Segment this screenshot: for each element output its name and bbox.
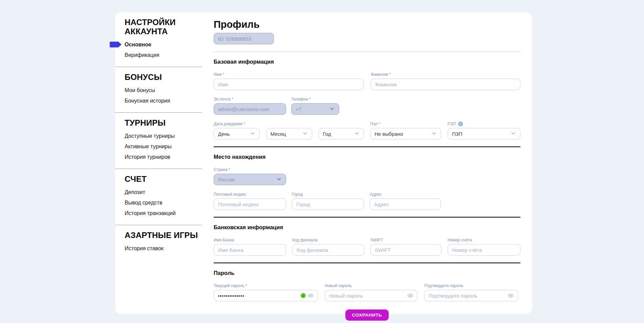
sidebar-item-tournament-history[interactable]: История турниров [125,154,192,160]
section-heading-password: Пароль [214,270,520,276]
chevron-down-icon [355,131,359,135]
email-field: Эл.почта * [214,97,286,115]
birth-month-select[interactable]: Месяц [266,128,312,139]
sidebar-item-label: Доступные турниры [125,133,175,139]
birth-day-select[interactable]: День [214,128,260,139]
new-password-input[interactable] [325,290,417,301]
section-heading-basic: Базовая информация [214,59,520,65]
branch-code-field: Код филиала [292,238,364,256]
select-value: Год [323,131,331,137]
sidebar-item-label: Активные турниры [125,144,172,149]
account-settings-card: НАСТРОЙКИ АККАУНТА Основное Верификация … [115,12,532,314]
active-item-arrow-icon [110,42,122,47]
birth-day-field: Дата рождения * День [214,122,260,139]
sidebar-item-label: История транзакций [125,210,176,216]
first-name-input[interactable] [214,79,364,90]
eye-icon[interactable] [508,294,514,298]
sidebar-item-label: Верификация [125,52,159,58]
swift-input[interactable] [370,244,442,256]
field-label: Эл.почта * [214,97,233,102]
sidebar-item-my-bonuses[interactable]: Мои бонусы [125,87,192,93]
select-value: Не выбрано [374,131,403,137]
confirm-password-field: Подтвердите пароль [424,283,518,301]
sidebar-group-bonuses: БОНУСЫ Мои бонусы Бонусная история [115,67,202,113]
account-number-field: Номер счёта [448,238,520,256]
sidebar-group-tournaments: ТУРНИРЫ Доступные турниры Активные турни… [115,113,202,169]
branch-code-input[interactable] [292,244,364,256]
sidebar-item-main[interactable]: Основное [125,42,192,47]
save-button-container: СОХРАНИТЬ [214,309,520,321]
first-name-field: Имя * [214,72,364,90]
section-heading-location: Место нахождения [214,154,520,160]
field-label: Имя * [214,72,224,77]
current-password-field: Текущий пароль * ✓ [214,283,318,301]
confirm-password-input[interactable] [424,290,518,301]
sidebar-item-deposit[interactable]: Депозит [125,189,192,195]
eye-icon[interactable] [407,294,413,298]
sidebar-group-title: ТУРНИРЫ [125,118,202,127]
last-name-input[interactable] [371,79,520,90]
select-value: +7 [296,106,301,112]
sidebar-item-label: История турниров [125,154,170,160]
info-icon[interactable]: i [458,122,463,126]
divider [214,51,520,52]
field-label: Почтовый индекс [214,192,246,197]
field-label: ПЗП [448,122,456,126]
field-label: Код филиала [292,238,317,242]
save-button[interactable]: СОХРАНИТЬ [345,309,389,321]
sidebar-item-bet-history[interactable]: История ставок [125,245,192,251]
divider [214,217,520,218]
birth-year-select[interactable]: Год [319,128,364,139]
sidebar-item-transaction-history[interactable]: История транзакций [125,210,192,216]
sidebar-item-available-tournaments[interactable]: Доступные турниры [125,133,192,139]
pzp-select[interactable]: ПЗП [448,128,520,139]
field-label: SWIFT [370,238,383,242]
email-input [214,103,286,115]
city-input[interactable] [292,198,364,210]
chevron-down-icon [432,131,436,135]
field-label: Имя Банка [214,238,234,242]
chevron-down-icon [303,131,307,135]
field-label: Номер счёта [448,238,472,242]
bank-name-input[interactable] [214,244,286,256]
birth-month-field: Месяц [266,122,312,139]
profile-main: Профиль ID: 526906933 Базовая информация… [214,12,532,314]
sidebar-item-label: История ставок [125,245,164,251]
country-field: Страна * Россия [214,167,286,185]
country-select: Россия [214,174,286,185]
sidebar-group-account-settings: НАСТРОЙКИ АККАУНТА Основное Верификация [115,18,202,67]
sidebar-item-withdrawal[interactable]: Вывод средств [125,200,192,206]
address-field: Адрес [370,192,441,210]
gender-select[interactable]: Не выбрано [370,128,441,139]
name-row: Имя * Фамилия * [214,72,520,90]
eye-icon[interactable] [307,294,314,298]
sidebar-group-title: СЧЕТ [125,174,202,184]
sidebar-group-title: БОНУСЫ [125,72,202,82]
sidebar-item-label: Мои бонусы [125,87,155,93]
city-field: Город [292,192,364,210]
user-id-field: ID: 526906933 [214,33,274,44]
field-label: Подтвердите пароль [424,283,463,288]
sidebar-item-bonus-history[interactable]: Бонусная история [125,98,192,104]
swift-field: SWIFT [370,238,442,256]
zip-input[interactable] [214,198,286,210]
sidebar-item-verification[interactable]: Верификация [125,52,192,58]
new-password-field: Новый пароль [325,283,417,301]
last-name-field: Фамилия * [371,72,520,90]
field-label: Страна * [214,167,230,172]
field-label: Адрес [370,192,381,197]
divider [214,146,520,147]
account-number-input[interactable] [448,244,520,256]
sidebar-item-active-tournaments[interactable]: Активные турниры [125,144,192,149]
bank-row: Имя Банка Код филиала SWIFT Номер счёта [214,238,520,256]
valid-check-icon: ✓ [301,293,306,298]
field-label: Новый пароль [325,283,352,288]
chevron-down-icon [511,131,515,135]
sidebar-item-label: Вывод средств [125,200,162,206]
phone-field: Телефон * +7 [291,97,339,115]
phone-code-select: +7 [291,103,339,115]
pzp-field: ПЗП i ПЗП [448,122,520,139]
address-input[interactable] [370,198,441,210]
field-label: Текущий пароль * [214,283,247,288]
select-value: Месяц [271,131,286,137]
